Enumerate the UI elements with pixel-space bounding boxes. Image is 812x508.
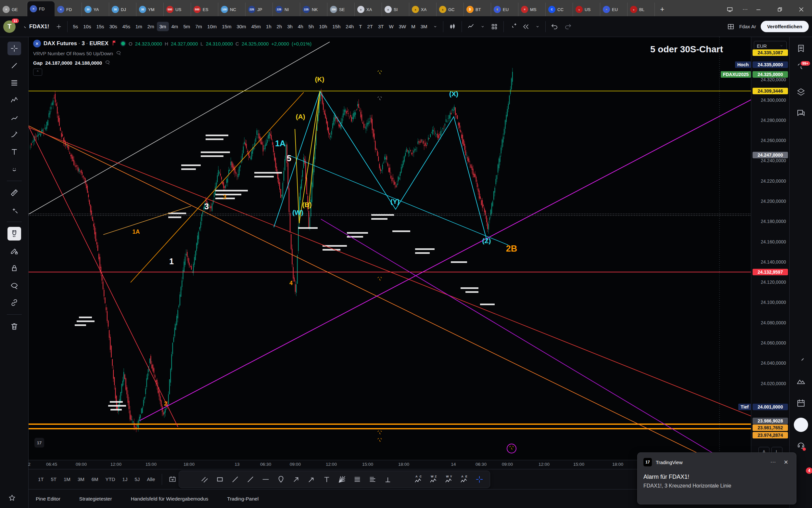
timeframe-5h[interactable]: 5h (306, 22, 317, 31)
wave-label-y[interactable]: (Y) (390, 198, 399, 205)
range-5t[interactable]: 5T (48, 475, 60, 483)
wave-label-3[interactable]: 3 (223, 194, 226, 201)
browser-tab-si[interactable]: ▲SI (382, 3, 409, 16)
fan-tool[interactable] (336, 473, 348, 486)
trendline-tool[interactable] (7, 59, 21, 73)
pattern-ac-tool[interactable]: AC (412, 473, 425, 486)
timeframe-W[interactable]: W (386, 22, 396, 31)
fib-tool[interactable] (7, 76, 21, 90)
browser-tab-ms[interactable]: ✳MS (518, 3, 546, 16)
compare-add-button[interactable] (53, 22, 65, 32)
trendsimple-tool[interactable] (244, 473, 257, 486)
timeframe-45m[interactable]: 45m (249, 22, 264, 31)
chat-icon[interactable] (796, 108, 806, 119)
browser-tab-ym[interactable]: 30YM (136, 3, 164, 16)
flag-icon[interactable] (111, 40, 117, 47)
wave-label-4[interactable]: 4 (289, 280, 293, 287)
browser-tab-eu[interactable]: €EU (491, 3, 518, 16)
publish-button[interactable]: Veröffentlichen (761, 21, 809, 32)
trash-tool[interactable] (7, 320, 21, 333)
orange-downtrend[interactable] (29, 126, 731, 460)
wave-label-z[interactable]: (Z) (482, 237, 491, 245)
browser-tab-dj[interactable]: 30DJ (109, 3, 136, 16)
panel-tab-pine-editor[interactable]: Pine Editor (36, 496, 60, 502)
wave-label-2b[interactable]: 2B (506, 244, 517, 254)
replay-caret[interactable] (532, 22, 543, 31)
browser-tab-us[interactable]: ◒US (573, 3, 600, 16)
indicator-label[interactable]: VRVP Number Of Rows 50 Up/Down (33, 51, 113, 56)
zoomin-tool[interactable] (7, 203, 21, 217)
browser-tab-fd[interactable]: ✕FD (27, 1, 55, 16)
layers-icon[interactable] (796, 87, 806, 98)
tradingview-watermark[interactable]: 17 (35, 438, 44, 448)
wave-label-a[interactable]: (A) (296, 113, 305, 121)
browser-tab-xa[interactable]: ▲XA (409, 3, 436, 16)
panel-tab-trading-panel[interactable]: Trading-Panel (227, 496, 258, 502)
wave-label-w[interactable]: (W) (292, 209, 303, 216)
create-alert-button[interactable] (506, 21, 519, 33)
purple-uptrend[interactable] (140, 100, 751, 421)
redo-button[interactable] (561, 21, 574, 33)
indicators-caret[interactable] (477, 22, 488, 31)
browser-tab-bt[interactable]: ₿BT (464, 3, 491, 16)
legend-collapse-button[interactable]: ⌃ (33, 69, 42, 76)
timeframe-30s[interactable]: 30s (107, 22, 120, 31)
wave-label-5[interactable]: 5 (287, 154, 291, 163)
goto-date-button[interactable] (166, 473, 179, 486)
timeframe-4m[interactable]: 4m (169, 22, 181, 31)
pattern-wz-tool[interactable]: WZ (427, 473, 440, 486)
ruler-tool[interactable] (7, 186, 21, 200)
eye-hidden-icon[interactable] (115, 50, 122, 57)
timeframe-10m[interactable]: 10m (205, 22, 219, 31)
timeframe-3h[interactable]: 3h (285, 22, 295, 31)
alarm-marker-icon[interactable] (376, 70, 383, 76)
pattern-tool[interactable] (7, 93, 21, 107)
range-alle[interactable]: Alle (144, 475, 158, 483)
browser-tab-jp[interactable]: 225JP (246, 3, 273, 16)
timeframe-5s[interactable]: 5s (70, 22, 81, 31)
crosshair-tool[interactable] (7, 42, 21, 55)
candle-style-button[interactable] (446, 21, 459, 33)
apps-icon[interactable] (794, 418, 808, 432)
wave-label-x[interactable]: (X) (449, 90, 458, 98)
timeframe-15s[interactable]: 15s (94, 22, 106, 31)
drag-handle-tool[interactable] (183, 473, 196, 486)
trend2-tool[interactable] (229, 473, 242, 486)
wave-label-2[interactable]: 2 (164, 400, 167, 407)
timeframe-2m[interactable]: 2m (145, 22, 157, 31)
lock-tool[interactable] (7, 261, 21, 275)
browser-tab-cc[interactable]: CCC (546, 3, 573, 16)
minimize-button[interactable] (748, 3, 769, 16)
panel-tab-handelsfeld-f-r-wiedergabemodus[interactable]: Handelsfeld für Wiedergabemodus (131, 496, 208, 502)
text-tool[interactable] (7, 145, 21, 159)
new-tab-button[interactable]: + (657, 4, 668, 15)
timeframe-1m[interactable]: 1m (133, 22, 145, 31)
tab-preview-button[interactable]: ··· (726, 3, 748, 16)
browser-tab-bl[interactable]: ◒BL (627, 3, 655, 16)
timeframe-3m[interactable]: 3m (157, 22, 169, 31)
eye-icon[interactable] (105, 59, 110, 66)
timeframe-10s[interactable]: 10s (81, 22, 94, 31)
favorites-star-icon[interactable] (8, 494, 16, 503)
timeframe-3T[interactable]: 3T (376, 22, 386, 31)
watchlist-icon[interactable] (796, 44, 806, 55)
brush-tool[interactable] (7, 128, 21, 141)
timeframe-M[interactable]: M (409, 22, 418, 31)
channel-tool[interactable] (198, 473, 211, 486)
pattern-ae-tool[interactable]: AE (458, 473, 471, 486)
range-ytd[interactable]: YTD (103, 475, 118, 483)
pin-tool[interactable] (275, 473, 287, 486)
layout-grid-button[interactable] (724, 21, 737, 33)
notification-popup[interactable]: 17 TradingView ··· ✕ Alarm für FDAX1! FD… (637, 453, 797, 504)
wave-label-1a[interactable]: 1A (275, 139, 286, 148)
timeframe-1h[interactable]: 1h (264, 22, 274, 31)
hlines-tool[interactable] (366, 473, 379, 486)
wave-label-k[interactable]: (K) (315, 75, 324, 83)
browser-tab-xa[interactable]: ▲XA (355, 3, 382, 16)
wave-label-b[interactable]: (B) (302, 201, 312, 209)
undo-button[interactable] (548, 21, 561, 33)
timeframe-2T[interactable]: 2T (365, 22, 376, 31)
range-5j[interactable]: 5J (132, 475, 143, 483)
alarm-marker-icon[interactable] (376, 276, 383, 283)
orange-uptrend[interactable] (131, 92, 304, 283)
